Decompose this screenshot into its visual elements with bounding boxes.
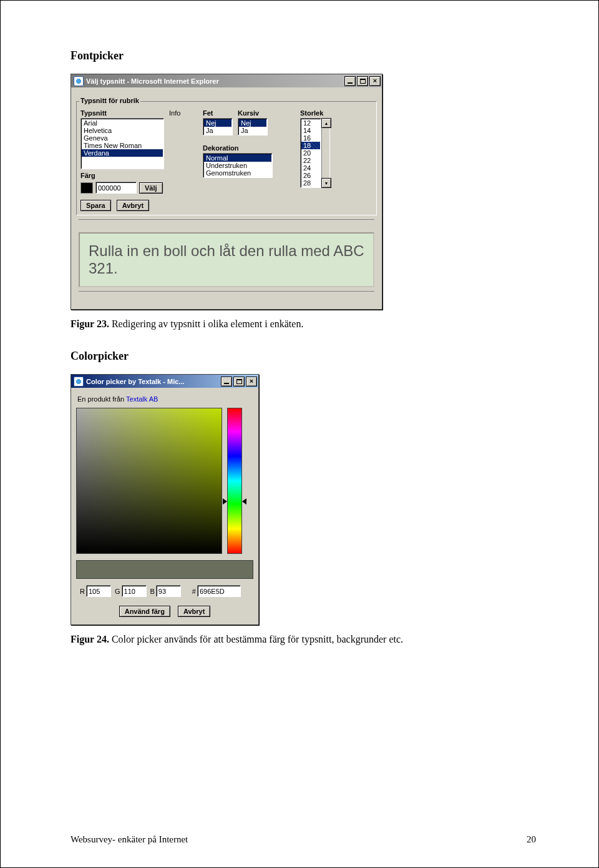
list-item[interactable]: Geneva: [82, 134, 163, 142]
size-listbox[interactable]: 12 14 16 18 20 22 24 26 28: [300, 118, 321, 188]
list-item[interactable]: Ja: [204, 127, 231, 134]
spacer-panel: [79, 219, 374, 229]
figure24-caption: Figur 24. Color picker används för att b…: [71, 634, 536, 645]
close-button[interactable]: ×: [246, 377, 257, 387]
save-button[interactable]: Spara: [80, 200, 111, 211]
minimize-button[interactable]: [221, 377, 232, 387]
list-item[interactable]: Normal: [204, 154, 271, 162]
list-item[interactable]: Ja: [239, 127, 266, 134]
fontpicker-window: Välj typsnitt - Microsoft Internet Explo…: [71, 74, 382, 310]
ie-icon: [74, 377, 84, 387]
list-item[interactable]: Helvetica: [82, 127, 163, 134]
colorpicker-intro: En produkt från Textalk AB: [77, 395, 253, 403]
list-item[interactable]: 28: [301, 179, 320, 187]
bold-listbox[interactable]: Nej Ja: [203, 118, 233, 136]
figure23-caption: Figur 23. Redigering av typsnitt i olika…: [71, 318, 536, 330]
maximize-button[interactable]: [233, 377, 245, 387]
hue-pointer-left-icon: [223, 498, 227, 505]
font-preview: Rulla in en boll och låt den rulla med A…: [79, 232, 374, 287]
label-storlek: Storlek: [300, 109, 331, 117]
cancel-button[interactable]: Avbryt: [117, 200, 149, 211]
list-item[interactable]: Times New Roman: [82, 142, 163, 149]
figure23-text: Redigering av typsnitt i olika element i…: [109, 318, 303, 329]
label-hash: #: [192, 588, 196, 595]
page-footer: Websurvey- enkäter på Internet 20: [71, 834, 536, 845]
cancel-button[interactable]: Avbryt: [178, 606, 210, 617]
list-item[interactable]: 24: [301, 164, 320, 172]
b-input[interactable]: [156, 585, 181, 597]
scroll-up-icon[interactable]: ▲: [321, 118, 331, 128]
hue-slider[interactable]: [227, 408, 242, 554]
list-item[interactable]: Verdana: [82, 149, 163, 157]
label-fet: Fet: [203, 109, 233, 117]
list-item[interactable]: 14: [301, 127, 320, 134]
use-color-button[interactable]: Använd färg: [119, 606, 170, 617]
group-legend: Typsnitt för rubrik: [79, 97, 140, 104]
label-r: R: [80, 588, 85, 595]
figure23-number: Figur 23.: [71, 318, 109, 329]
color-preview-bar: [76, 560, 253, 579]
close-button[interactable]: ×: [369, 76, 381, 86]
scroll-down-icon[interactable]: ▼: [321, 178, 331, 188]
list-item[interactable]: 18: [301, 142, 320, 149]
section-title-colorpicker: Colorpicker: [71, 350, 536, 363]
list-item[interactable]: Nej: [239, 119, 266, 127]
italic-listbox[interactable]: Nej Ja: [238, 118, 268, 136]
decoration-listbox[interactable]: Normal Understruken Genomstruken: [203, 153, 273, 178]
list-item[interactable]: 26: [301, 172, 320, 179]
section-title-fontpicker: Fontpicker: [71, 49, 536, 62]
colorpicker-window: Color picker by Textalk - Mic... × En pr…: [71, 374, 259, 625]
font-listbox[interactable]: Arial Helvetica Geneva Times New Roman V…: [80, 118, 164, 169]
intro-prefix: En produkt från: [77, 395, 126, 403]
saturation-area[interactable]: [76, 408, 222, 554]
label-typsnitt: Typsnitt: [80, 109, 164, 117]
figure24-text: Color picker används för att bestämma fä…: [109, 634, 403, 644]
maximize-button[interactable]: [357, 76, 368, 86]
label-info: Info: [169, 109, 198, 117]
footer-left: Websurvey- enkäter på Internet: [71, 834, 188, 845]
list-item[interactable]: Nej: [204, 119, 231, 127]
textalk-link[interactable]: Textalk AB: [126, 395, 158, 403]
label-b: B: [150, 588, 155, 595]
size-scrollbar[interactable]: ▲ ▼: [321, 118, 330, 188]
color-swatch: [80, 182, 93, 194]
page-number: 20: [527, 834, 536, 845]
page: Fontpicker Välj typsnitt - Microsoft Int…: [0, 0, 599, 868]
fontpicker-titlebar[interactable]: Välj typsnitt - Microsoft Internet Explo…: [71, 74, 382, 87]
g-input[interactable]: [122, 585, 147, 597]
list-item[interactable]: Arial: [82, 119, 163, 127]
statusbar: [79, 291, 374, 302]
list-item[interactable]: 20: [301, 149, 320, 157]
choose-color-button[interactable]: Välj: [139, 182, 163, 194]
hex-input[interactable]: [197, 585, 241, 597]
label-farg: Färg: [80, 172, 164, 179]
figure24-number: Figur 24.: [71, 634, 109, 644]
list-item[interactable]: 22: [301, 157, 320, 164]
r-input[interactable]: [86, 585, 111, 597]
list-item[interactable]: 12: [301, 119, 320, 127]
color-hex-input[interactable]: [95, 182, 137, 194]
label-kursiv: Kursiv: [238, 109, 268, 117]
minimize-button[interactable]: [344, 76, 356, 86]
list-item[interactable]: 16: [301, 134, 320, 142]
fontpicker-title: Välj typsnitt - Microsoft Internet Explo…: [86, 77, 219, 85]
list-item[interactable]: Understruken: [204, 162, 271, 169]
label-g: G: [115, 588, 120, 595]
colorpicker-title: Color picker by Textalk - Mic...: [86, 378, 185, 385]
ie-icon: [74, 76, 84, 86]
list-item[interactable]: Genomstruken: [204, 169, 271, 177]
label-dekoration: Dekoration: [203, 144, 233, 152]
hue-pointer-right-icon: [242, 498, 246, 505]
colorpicker-titlebar[interactable]: Color picker by Textalk - Mic... ×: [71, 375, 258, 388]
